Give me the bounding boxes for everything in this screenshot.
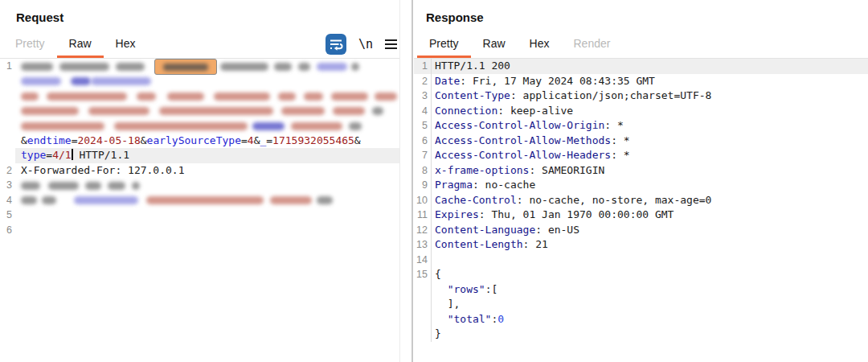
code-content: Content-Language: en-US bbox=[435, 223, 868, 238]
code-token bbox=[435, 283, 448, 295]
line-number bbox=[414, 312, 432, 327]
code-content bbox=[15, 223, 399, 238]
redacted-text bbox=[317, 196, 333, 204]
redacted-text bbox=[372, 107, 383, 115]
code-token: : SAMEORIGIN bbox=[529, 164, 604, 176]
code-content bbox=[15, 208, 399, 223]
code-content: Access-Control-Allow-Headers: * bbox=[435, 148, 868, 163]
code-content: &endtime=2024-05-18&earlySourceType=4&_=… bbox=[15, 134, 399, 149]
code-content: ], bbox=[435, 297, 868, 312]
code-line: 12Content-Language: en-US bbox=[414, 223, 868, 238]
tab-hex[interactable]: Hex bbox=[104, 33, 148, 58]
redacted-text bbox=[252, 122, 285, 130]
code-token: : 21 bbox=[523, 238, 548, 250]
code-content bbox=[15, 74, 399, 89]
code-token: : Fri, 17 May 2024 08:43:35 GMT bbox=[460, 75, 655, 87]
tab-hex[interactable]: Hex bbox=[518, 33, 562, 58]
code-content bbox=[15, 59, 399, 74]
response-tabs: PrettyRawHexRender bbox=[414, 33, 868, 59]
redacted-text bbox=[274, 63, 292, 71]
message-editor: Request PrettyRawHex \n 1&endtime=2024-0… bbox=[0, 0, 868, 362]
panel-divider[interactable] bbox=[411, 0, 413, 362]
request-panel: Request PrettyRawHex \n 1&endtime=2024-0… bbox=[0, 0, 400, 362]
line-number bbox=[0, 148, 12, 163]
code-token: Pragma bbox=[435, 179, 473, 191]
code-token: : application/json;charset=UTF-8 bbox=[510, 89, 711, 101]
code-content: Content-Type: application/json;charset=U… bbox=[435, 88, 868, 104]
code-token: Expires bbox=[435, 208, 479, 220]
line-number: 3 bbox=[414, 88, 432, 104]
code-content: Expires: Thu, 01 Jan 1970 00:00:00 GMT bbox=[435, 208, 868, 223]
code-token: Content-Length bbox=[435, 238, 523, 250]
code-line bbox=[0, 118, 399, 134]
word-wrap-icon bbox=[329, 37, 343, 51]
line-number bbox=[0, 74, 12, 89]
code-content: } bbox=[435, 327, 868, 342]
code-line: 9Pragma: no-cache bbox=[414, 178, 868, 193]
word-wrap-toggle-button[interactable] bbox=[326, 34, 346, 55]
tab-pretty[interactable]: Pretty bbox=[3, 33, 57, 58]
response-title: Response bbox=[426, 10, 484, 24]
tab-render[interactable]: Render bbox=[562, 33, 623, 58]
code-line: 1 bbox=[0, 59, 399, 74]
redacted-text bbox=[270, 196, 312, 204]
request-editor[interactable]: 1&endtime=2024-05-18&earlySourceType=4&_… bbox=[0, 59, 399, 362]
code-token: 4/1 bbox=[52, 149, 71, 161]
code-line: 4 bbox=[0, 193, 399, 208]
code-token: "total" bbox=[448, 313, 492, 325]
code-content: Cache-Control: no-cache, no-store, max-a… bbox=[435, 193, 868, 208]
code-line: 4Connection: keep-alive bbox=[414, 104, 868, 119]
response-panel: Response PrettyRawHexRender 1HTTP/1.1 20… bbox=[414, 0, 868, 362]
tab-pretty[interactable]: Pretty bbox=[417, 33, 471, 58]
tab-raw[interactable]: Raw bbox=[57, 33, 104, 58]
redacted-text bbox=[281, 107, 325, 115]
redacted-text bbox=[21, 196, 37, 204]
line-number: 8 bbox=[414, 163, 432, 179]
code-content: type=4/1 HTTP/1.1 bbox=[15, 148, 399, 163]
code-line: } bbox=[414, 327, 868, 342]
response-editor[interactable]: 1HTTP/1.1 2002Date: Fri, 17 May 2024 08:… bbox=[414, 59, 868, 362]
redacted-text bbox=[351, 63, 359, 71]
line-number bbox=[414, 297, 432, 312]
line-number: 5 bbox=[0, 208, 12, 223]
redacted-text bbox=[291, 122, 342, 130]
tab-raw[interactable]: Raw bbox=[471, 33, 518, 58]
request-title: Request bbox=[16, 10, 63, 24]
code-content bbox=[15, 118, 399, 134]
code-content: X-Forwarded-For: 127.0.0.1 bbox=[15, 163, 399, 179]
line-number bbox=[414, 282, 432, 298]
redacted-text bbox=[331, 93, 368, 101]
code-token: 1715932055465 bbox=[272, 134, 354, 146]
newline-display-toggle[interactable]: \n bbox=[358, 37, 373, 51]
redacted-text bbox=[21, 77, 61, 85]
line-number: 4 bbox=[0, 193, 12, 208]
code-token: = bbox=[46, 149, 52, 161]
code-token: & bbox=[21, 134, 27, 146]
code-line: 2X-Forwarded-For: 127.0.0.1 bbox=[0, 163, 399, 179]
code-token: Date bbox=[435, 75, 460, 87]
code-content: Content-Length: 21 bbox=[435, 237, 868, 253]
code-token: : * bbox=[604, 119, 623, 131]
code-token: endtime bbox=[27, 134, 72, 146]
redacted-text bbox=[42, 196, 56, 204]
line-number: 2 bbox=[414, 74, 432, 89]
code-token: & bbox=[141, 134, 147, 146]
redacted-text bbox=[21, 63, 53, 71]
code-token: Content-Language bbox=[435, 224, 535, 236]
redacted-text bbox=[298, 63, 310, 71]
line-number: 4 bbox=[414, 104, 432, 119]
code-line: ], bbox=[414, 297, 868, 312]
code-token: :[ bbox=[485, 283, 498, 295]
code-content: { bbox=[435, 267, 868, 282]
line-number: 11 bbox=[414, 208, 432, 223]
redacted-text bbox=[91, 77, 151, 85]
code-content: Date: Fri, 17 May 2024 08:43:35 GMT bbox=[435, 74, 868, 89]
line-number bbox=[0, 134, 12, 149]
line-number: 5 bbox=[414, 118, 432, 134]
redacted-text bbox=[317, 63, 347, 71]
code-token: X-Forwarded-For: 127.0.0.1 bbox=[21, 164, 185, 176]
line-number: 10 bbox=[414, 193, 432, 208]
code-token: : keep-alive bbox=[497, 105, 573, 117]
menu-icon[interactable] bbox=[385, 37, 397, 52]
code-line bbox=[0, 88, 399, 104]
